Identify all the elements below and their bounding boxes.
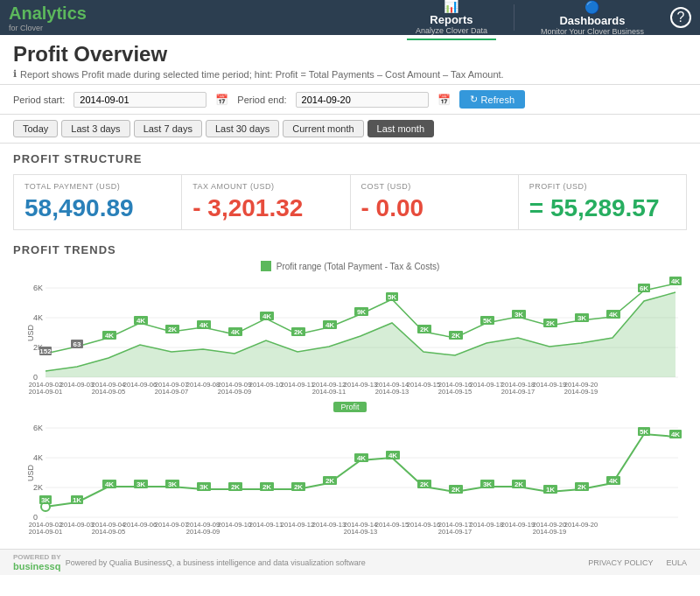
calendar-icon-end[interactable]: 📅 <box>438 94 451 106</box>
svg-text:2K: 2K <box>452 332 460 340</box>
svg-text:2014-09-10: 2014-09-10 <box>218 521 251 529</box>
svg-text:2K: 2K <box>452 486 460 494</box>
svg-text:2014-09-17: 2014-09-17 <box>470 381 503 389</box>
refresh-button[interactable]: ↻ Refresh <box>459 90 526 109</box>
filter-last-month[interactable]: Last month <box>368 120 434 137</box>
svg-text:2K: 2K <box>326 477 334 485</box>
svg-text:2K: 2K <box>33 483 43 492</box>
cost-value: 0.00 <box>361 194 508 222</box>
svg-text:4K: 4K <box>609 311 618 319</box>
svg-text:2014-09-07: 2014-09-07 <box>155 521 188 529</box>
page-title-area: Profit Overview ℹ Report shows Profit ma… <box>0 35 700 85</box>
svg-text:4K: 4K <box>231 328 240 336</box>
svg-text:2K: 2K <box>231 483 240 491</box>
header-nav: 📊 Reports Analyze Clover Data 🔵 Dashboar… <box>407 0 691 40</box>
svg-text:2014-09-15: 2014-09-15 <box>438 388 472 396</box>
svg-text:4K: 4K <box>671 431 680 438</box>
svg-text:6K: 6K <box>33 284 43 292</box>
svg-text:2014-09-15: 2014-09-15 <box>375 521 409 529</box>
svg-text:2014-09-17: 2014-09-17 <box>438 528 472 536</box>
chart2-container: 6K 4K 2K 0 USD 3K 1K <box>13 415 687 540</box>
svg-text:2014-09-01: 2014-09-01 <box>29 528 62 536</box>
eula-link[interactable]: EULA <box>666 558 687 567</box>
svg-text:6K: 6K <box>33 424 43 432</box>
svg-text:2014-09-09: 2014-09-09 <box>218 388 251 396</box>
chart1-container: 6K 4K 2K 0 USD 152 63 <box>13 275 687 400</box>
svg-text:2014-09-06: 2014-09-06 <box>123 381 157 389</box>
privacy-policy-link[interactable]: PRIVACY POLICY <box>588 558 653 567</box>
profit-structure-section: PROFIT STRUCTURE TOTAL PAYMENT (USD) 58,… <box>0 144 700 239</box>
filter-last3[interactable]: Last 3 days <box>61 120 130 137</box>
svg-text:3K: 3K <box>136 480 145 488</box>
nav-dashboards[interactable]: 🔵 Dashboards Monitor Your Clover Busines… <box>532 0 653 39</box>
brand-name: businessq <box>13 561 61 571</box>
svg-text:3K: 3K <box>514 311 523 319</box>
period-end-input[interactable] <box>296 92 429 108</box>
svg-text:1K: 1K <box>73 496 81 504</box>
profit-trends-section: PROFIT TRENDS Profit range (Total Paymen… <box>0 239 700 549</box>
tax-amount-label: TAX AMOUNT (USD) <box>192 182 339 191</box>
svg-marker-9 <box>46 292 676 377</box>
footer: POWERED BY businessq Powered by Qualia B… <box>0 549 700 575</box>
tax-amount-value: 3,201.32 <box>192 194 339 222</box>
help-button[interactable]: ? <box>670 7 691 28</box>
total-payment-value: 58,490.89 <box>24 194 171 222</box>
svg-text:5K: 5K <box>388 293 396 301</box>
svg-text:2014-09-11: 2014-09-11 <box>281 381 314 389</box>
profit-item-cost: COST (USD) 0.00 <box>351 175 519 229</box>
profit-item-profit: PROFIT (USD) 55,289.57 <box>519 175 686 229</box>
svg-text:2014-09-05: 2014-09-05 <box>92 528 125 536</box>
svg-text:9K: 9K <box>357 308 366 316</box>
svg-text:2014-09-05: 2014-09-05 <box>92 388 125 396</box>
svg-text:2014-09-10: 2014-09-10 <box>249 381 283 389</box>
svg-text:4K: 4K <box>609 477 618 485</box>
svg-text:2K: 2K <box>168 326 177 333</box>
profit-structure-grid: TOTAL PAYMENT (USD) 58,490.89 TAX AMOUNT… <box>13 174 687 230</box>
powered-by: POWERED BY businessq <box>13 553 61 571</box>
svg-text:2014-09-08: 2014-09-08 <box>186 381 220 389</box>
svg-text:3K: 3K <box>168 480 177 488</box>
svg-text:4K: 4K <box>105 480 114 488</box>
legend-box <box>261 261 271 271</box>
svg-text:2K: 2K <box>420 480 429 488</box>
svg-text:2014-09-19: 2014-09-19 <box>501 521 535 529</box>
svg-text:4K: 4K <box>105 332 114 340</box>
nav-reports[interactable]: 📊 Reports Analyze Clover Data <box>407 0 496 40</box>
svg-text:152: 152 <box>39 347 52 355</box>
svg-text:2K: 2K <box>514 480 523 488</box>
period-start-input[interactable] <box>74 92 206 108</box>
filter-last7[interactable]: Last 7 days <box>134 120 202 137</box>
page-title: Profit Overview <box>13 42 687 67</box>
svg-text:2014-09-07: 2014-09-07 <box>155 388 188 396</box>
filter-current-month[interactable]: Current month <box>283 120 363 137</box>
profit-value: 55,289.57 <box>529 194 676 222</box>
cost-label: COST (USD) <box>361 182 508 191</box>
svg-text:4K: 4K <box>357 454 366 462</box>
svg-text:2K: 2K <box>294 483 303 491</box>
svg-text:4K: 4K <box>326 321 334 329</box>
svg-text:3K: 3K <box>483 480 492 488</box>
svg-text:2014-09-06: 2014-09-06 <box>123 521 157 529</box>
svg-text:2014-09-20: 2014-09-20 <box>564 521 598 529</box>
svg-text:2K: 2K <box>578 483 586 491</box>
profit-chart-label: Profit <box>13 402 687 411</box>
filter-today[interactable]: Today <box>13 120 58 137</box>
refresh-icon: ↻ <box>470 94 478 105</box>
svg-text:6K: 6K <box>640 284 648 292</box>
svg-text:2014-09-13: 2014-09-13 <box>375 388 409 396</box>
filter-last30[interactable]: Last 30 days <box>206 120 279 137</box>
svg-text:4K: 4K <box>671 277 680 285</box>
footer-description: Powered by Qualia BusinessQ, a business … <box>66 558 366 567</box>
svg-text:2K: 2K <box>262 483 271 491</box>
svg-text:2014-09-09: 2014-09-09 <box>186 528 220 536</box>
info-icon: ℹ <box>13 68 17 80</box>
period-end-label: Period end: <box>237 95 286 105</box>
svg-text:USD: USD <box>26 464 35 481</box>
period-start-label: Period start: <box>13 95 65 105</box>
svg-text:2014-09-11: 2014-09-11 <box>312 388 346 396</box>
profit-structure-title: PROFIT STRUCTURE <box>13 152 687 165</box>
svg-text:4K: 4K <box>136 317 145 325</box>
reports-icon: 📊 <box>444 0 458 13</box>
calendar-icon-start[interactable]: 📅 <box>215 94 228 106</box>
svg-text:2K: 2K <box>420 326 429 333</box>
